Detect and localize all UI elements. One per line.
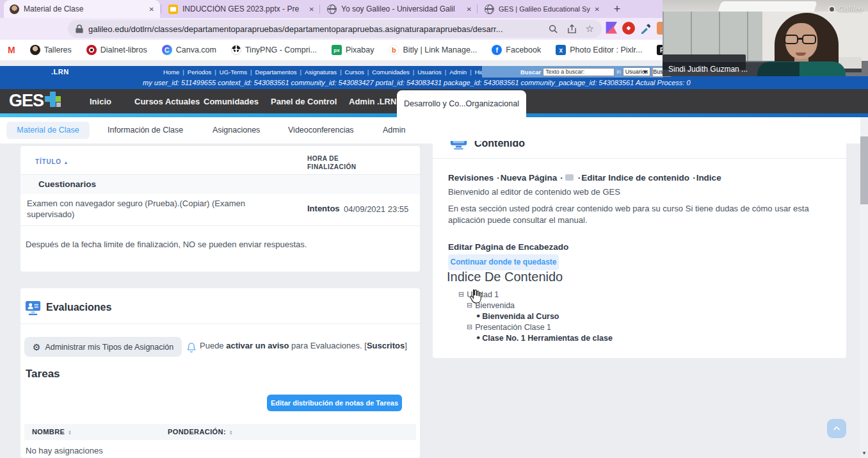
nav-item-cursos-actuales[interactable]: Cursos Actuales xyxy=(134,97,200,106)
editar-distribucion-button[interactable]: Editar distribución de notas de Tareas xyxy=(267,395,402,411)
bookmark-pixabay[interactable]: Pixabay xyxy=(332,45,374,55)
evaluaciones-card: Evaluaciones Administrar mis Tipos de As… xyxy=(20,288,420,458)
mouse-cursor-pointer xyxy=(469,288,481,307)
tab-videoconferencias[interactable]: Videoconferencias xyxy=(288,122,354,139)
link-indice[interactable]: Indice xyxy=(696,173,721,183)
nav-item-panel-de-control[interactable]: Panel de Control xyxy=(271,97,337,106)
dotlrn-link-usuarios[interactable]: Usuarios xyxy=(417,69,449,76)
gmail-icon: M xyxy=(8,45,15,55)
search-scope-select[interactable]: Usuarios xyxy=(623,67,651,76)
bookmark-gmail[interactable]: M xyxy=(8,45,15,55)
browser-tab-material-de-clase[interactable]: Material de Clase xyxy=(4,0,160,18)
browser-tab-ges[interactable]: GES | Galileo Educational System xyxy=(479,0,606,18)
tab-close-icon[interactable] xyxy=(595,5,600,13)
dotlrn-link-asignaturas[interactable]: Asignaturas xyxy=(305,69,345,76)
extension-eyedropper-icon[interactable] xyxy=(639,22,652,35)
bookmark-pixlr[interactable]: Photo Editor : Pixlr... xyxy=(556,45,642,55)
search-icon[interactable] xyxy=(549,24,558,34)
deadline-value: 04/09/2021 23:55 xyxy=(344,204,408,215)
page-scrollbar[interactable] xyxy=(860,117,868,458)
tab-close-icon[interactable] xyxy=(149,4,154,13)
sort-icon xyxy=(229,430,233,435)
extension-red-icon[interactable] xyxy=(622,22,635,35)
dotlrn-link-home[interactable]: Home xyxy=(163,69,188,76)
tab-close-icon[interactable] xyxy=(467,4,472,13)
link-editar-indice[interactable]: Editar Indice de contenido xyxy=(581,173,689,183)
dotlrn-link-ugterms[interactable]: UG-Terms xyxy=(220,69,255,76)
bookmark-tinypng[interactable]: TinyPNG - Compri... xyxy=(231,45,317,55)
chevron-down-icon xyxy=(643,70,648,74)
globe-icon xyxy=(485,4,494,14)
tab-informacion-de-clase[interactable]: Información de Clase xyxy=(108,122,183,139)
suscritos-link[interactable]: Suscritos xyxy=(367,341,405,350)
bitly-icon xyxy=(389,45,399,55)
tree-node-unidad-1[interactable]: ⊟Unidad 1 xyxy=(458,289,613,300)
editor-description: En esta sección usted podrá crear conten… xyxy=(448,203,823,226)
dotlrn-link-periodos[interactable]: Periodos xyxy=(188,69,220,76)
webcam-overlay: Galileo Sindi Judith Guzman ... xyxy=(663,0,868,76)
profile-avatar-favicon xyxy=(10,4,19,14)
dotlrn-link-admin[interactable]: Admin xyxy=(449,69,474,76)
dotlrn-link-comunidades[interactable]: Comunidades xyxy=(372,69,417,76)
tab-close-icon[interactable] xyxy=(309,4,314,13)
dotlrn-link-cursos[interactable]: Cursos xyxy=(345,69,373,76)
bullet-icon: • xyxy=(476,311,481,321)
link-nueva-pagina[interactable]: Nueva Página xyxy=(501,173,558,183)
deadline-note: Después de la fecha limite de finalizaci… xyxy=(26,239,307,250)
contenido-heading: Contenido xyxy=(450,141,525,150)
address-bar[interactable]: galileo.edu/dotlrn/classes/departamentop… xyxy=(68,20,602,38)
glasses-icon xyxy=(802,35,816,44)
scrollbar-thumb[interactable] xyxy=(860,136,868,204)
attempts-label: Intentos xyxy=(307,204,340,213)
presenter-name-label: Sindi Judith Guzman ... xyxy=(663,62,800,76)
continuar-button[interactable]: Continuar donde te quedaste xyxy=(448,254,559,270)
collapse-icon[interactable]: ⊟ xyxy=(467,323,472,331)
tab-material-de-clase[interactable]: Material de Clase xyxy=(6,122,90,139)
nav-item-admin-lrn[interactable]: Admin .LRN xyxy=(349,97,396,106)
scrollbar-down-arrow-icon[interactable] xyxy=(860,448,868,458)
share-icon[interactable] xyxy=(567,24,577,34)
dotlrn-link-departamentos[interactable]: Departamentos xyxy=(255,69,305,76)
column-header-ponderacion[interactable]: PONDERACIÓN: xyxy=(168,428,233,436)
debug-info-text: my user_id: 511499655 context_id: 543083… xyxy=(143,79,691,86)
divider xyxy=(20,225,420,226)
collapse-icon[interactable]: ⊟ xyxy=(458,290,464,299)
nav-tab-desarrollo-organizacional[interactable]: Desarrollo y Co...Organizacional xyxy=(397,90,526,117)
browser-tab-induccion-ges[interactable]: INDUCCIÓN GES 2023.pptx - Pre xyxy=(163,0,320,18)
facebook-icon xyxy=(492,45,502,55)
link-revisiones[interactable]: Revisiones xyxy=(448,173,494,183)
bookmark-bitly[interactable]: Bitly | Link Manage... xyxy=(389,45,477,55)
tab-admin[interactable]: Admin xyxy=(383,122,405,139)
content-tree: ⊟Unidad 1 ⊟Bienvenida •Bienvenida al Cur… xyxy=(458,289,613,343)
tree-node-bienvenida[interactable]: ⊟Bienvenida xyxy=(458,300,613,311)
tab-asignaciones[interactable]: Asignaciones xyxy=(213,122,260,139)
column-header-titulo[interactable]: TÍTULO ▲ xyxy=(35,158,68,165)
tareas-table-header: NOMBRE PONDERACIÓN: xyxy=(24,424,416,440)
bookmark-dialnet[interactable]: Dialnet-libros xyxy=(86,45,147,55)
administrar-tipos-button[interactable]: Administrar mis Tipos de Asignación xyxy=(24,337,182,357)
evaluaciones-icon xyxy=(24,299,42,316)
dotlrn-search-strip: Buscar in Usuarios Buscar xyxy=(482,66,663,78)
bookmark-facebook[interactable]: Facebook xyxy=(492,45,541,55)
editar-encabezado-label[interactable]: Editar Página de Encabezado xyxy=(448,242,568,252)
nav-item-comunidades[interactable]: Comunidades xyxy=(204,97,259,106)
tree-leaf-bienvenida-al-curso[interactable]: •Bienvenida al Curso xyxy=(458,311,613,322)
new-tab-button[interactable] xyxy=(609,1,625,17)
column-header-nombre[interactable]: NOMBRE xyxy=(32,428,72,436)
contenido-icon xyxy=(450,141,467,150)
bookmark-talleres[interactable]: Talleres xyxy=(30,45,72,55)
exam-title-link[interactable]: Examen con navegador seguro (Prueba).(Co… xyxy=(27,198,248,220)
search-input[interactable] xyxy=(543,68,615,76)
bookmark-canva[interactable]: Canva.com xyxy=(162,45,216,55)
contenido-card: Contenido Revisiones·Nueva Página··Edita… xyxy=(433,141,846,358)
bookmark-star-icon[interactable] xyxy=(586,23,594,35)
ges-logo[interactable]: GES xyxy=(9,91,61,110)
tree-leaf-clase-no-1[interactable]: •Clase No. 1 Herramientas de clase xyxy=(458,332,613,343)
sort-ascending-icon: ▲ xyxy=(64,160,69,165)
activar-aviso-link[interactable]: activar un aviso xyxy=(226,341,289,350)
scroll-to-top-button[interactable] xyxy=(827,419,846,438)
tree-node-presentacion-clase-1[interactable]: ⊟Presentación Clase 1 xyxy=(458,322,613,332)
nav-item-inicio[interactable]: Inicio xyxy=(90,97,111,106)
browser-tab-yo-soy-galileo[interactable]: Yo soy Galileo - Universidad Galil xyxy=(321,0,478,18)
column-header-hora-finalizacion[interactable]: HORA DE FINALIZACIÓN xyxy=(307,154,371,171)
